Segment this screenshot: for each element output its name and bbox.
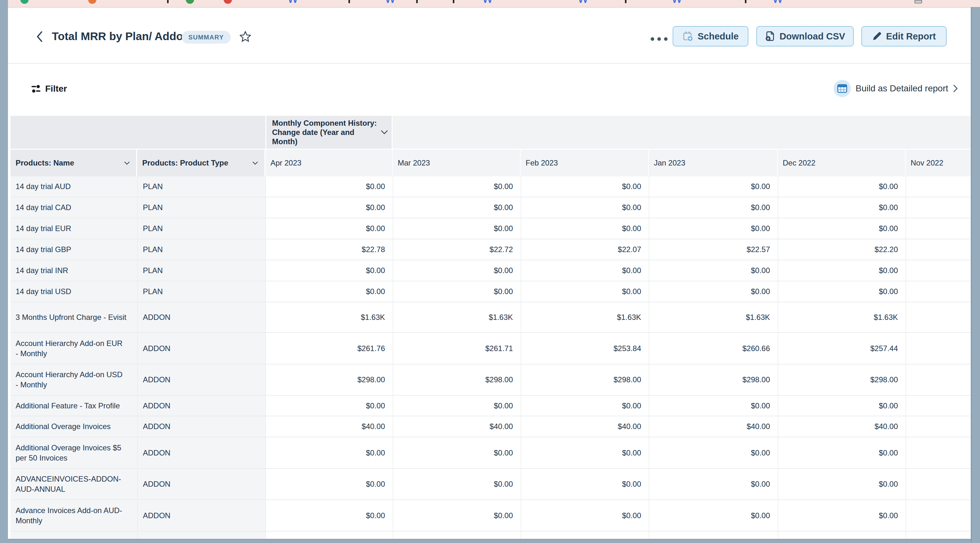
build-detailed-report-link[interactable]: Build as Detailed report [834,79,958,98]
back-button[interactable] [32,29,47,44]
mrr-value-cell: $1.63K [520,303,649,332]
mrr-value-cell: $0.00 [778,260,905,281]
favorite-star-button[interactable] [238,29,253,44]
mrr-value-cell: $0.00 [778,469,905,499]
download-csv-button-label: Download CSV [780,31,845,42]
product-type-cell: ADDON [137,396,266,416]
column-header-month[interactable]: Jan 2023 [649,150,778,176]
summary-badge: SUMMARY [182,31,231,44]
chevron-right-icon [953,84,958,92]
mrr-value-cell [778,532,905,539]
mrr-value-cell: $298.00 [649,365,778,395]
mrr-value-cell: $0.00 [649,469,778,499]
favicon-wiki-blue[interactable]: ∨∨ [773,0,782,5]
favicon-green-site[interactable] [21,0,29,4]
mrr-value-cell: $0.00 [649,176,778,197]
download-csv-button[interactable]: Download CSV [756,26,854,46]
mrr-value-cell: $40.00 [649,416,778,437]
favicon-tick[interactable] [625,0,627,3]
mrr-value-cell: $0.00 [778,437,905,468]
table-row: 3 Months Upfront Charge - EvisitADDON$1.… [11,303,971,333]
favicon-wiki-blue[interactable]: ∨∨ [385,0,395,5]
mrr-value-cell: $261.71 [393,333,520,364]
favicon-wiki-blue[interactable]: ∨∨ [288,0,297,5]
window-frame-left [0,0,8,543]
table-row: Advance Invoices Add-on EUR- [11,532,971,539]
favicon-tick[interactable] [453,0,454,3]
mrr-value-cell: $0.00 [778,500,905,531]
more-options-button[interactable] [647,33,671,45]
mrr-value-cell: $298.00 [778,365,905,395]
product-name-cell: 14 day trial AUD [11,176,137,197]
table-row: 14 day trial GBPPLAN$22.78$22.72$22.07$2… [11,239,971,260]
mrr-value-cell: $0.00 [778,396,905,416]
product-name-cell: 3 Months Upfront Charge - Evisit [11,303,137,332]
mrr-value-cell [905,333,971,364]
product-type-cell: ADDON [137,437,266,468]
table-row: 14 day trial USDPLAN$0.00$0.00$0.00$0.00… [11,281,971,303]
mrr-value-cell [393,532,520,539]
mrr-value-cell: $0.00 [393,500,520,531]
mrr-value-cell: $1.63K [649,303,778,332]
mrr-value-cell: $253.84 [520,333,649,364]
table-group-header-row: Monthly Component History: Change date (… [11,116,971,150]
mrr-value-cell: $0.00 [393,469,520,499]
product-name-cell: Advance Invoices Add-on EUR- [11,532,137,539]
mrr-value-cell [266,532,393,539]
mrr-value-cell: $298.00 [266,365,393,395]
mrr-value-cell [905,396,971,416]
edit-report-button-label: Edit Report [886,31,936,42]
favicon-green-site[interactable] [186,0,194,4]
column-header-product-name[interactable]: Products: Name [11,150,137,176]
mrr-value-cell: $22.78 [266,239,393,260]
mrr-value-cell: $0.00 [520,176,649,197]
schedule-button[interactable]: Schedule [673,26,748,46]
favicon-tick[interactable] [745,0,746,3]
mrr-value-cell [905,500,971,531]
mrr-value-cell: $0.00 [778,176,905,197]
favicon-orange-site[interactable] [88,0,96,4]
mrr-value-cell: $40.00 [778,416,905,437]
product-name-cell: 14 day trial INR [11,260,137,281]
edit-report-button[interactable]: Edit Report [861,26,947,46]
table-row: 14 day trial EURPLAN$0.00$0.00$0.00$0.00… [11,218,971,239]
calendar-plus-icon [682,31,693,42]
favicon-grid-app[interactable] [915,0,922,3]
product-name-cell: Account Hierarchy Add-on USD - Monthly [11,365,137,395]
mrr-value-cell: $0.00 [520,218,649,239]
group-header-filler [393,116,971,149]
table-row: Account Hierarchy Add-on EUR - MonthlyAD… [11,333,971,365]
column-header-month[interactable]: Nov 2022 [905,150,971,176]
mrr-value-cell [905,281,971,302]
mrr-value-cell [905,416,971,437]
filter-button[interactable]: Filter [31,81,67,96]
mrr-value-cell [905,532,971,539]
product-name-cell: 14 day trial GBP [11,239,137,260]
column-header-month[interactable]: Dec 2022 [778,150,905,176]
product-type-cell: ADDON [137,303,266,332]
column-header-month[interactable]: Mar 2023 [393,150,520,176]
group-header-month-dimension[interactable]: Monthly Component History: Change date (… [266,116,393,149]
mrr-value-cell: $0.00 [266,469,393,499]
chevron-down-icon [381,130,388,134]
favicon-red-site[interactable] [224,0,232,4]
column-header-product-type[interactable]: Products: Product Type [137,150,266,176]
favicon-tick[interactable] [416,0,418,3]
favicon-tick[interactable] [348,0,350,3]
mrr-value-cell: $0.00 [649,197,778,218]
mrr-value-cell: $261.76 [266,333,393,364]
column-header-month[interactable]: Feb 2023 [520,150,649,176]
favicon-wiki-blue[interactable]: ∨∨ [672,0,681,5]
mrr-value-cell: $0.00 [520,396,649,416]
favicon-tick[interactable] [167,0,169,3]
favicon-wiki-blue[interactable]: ∨∨ [578,0,587,5]
mrr-value-cell: $1.63K [778,303,905,332]
mrr-value-cell: $0.00 [393,260,520,281]
mrr-value-cell: $0.00 [393,176,520,197]
mrr-value-cell [905,176,971,197]
column-header-month[interactable]: Apr 2023 [266,150,393,176]
favicon-wiki-blue[interactable]: ∨∨ [482,0,492,5]
product-name-cell: Advance Invoices Add-on AUD-Monthly [11,500,137,531]
product-type-cell: PLAN [137,260,266,281]
window-frame-bottom [8,539,971,543]
